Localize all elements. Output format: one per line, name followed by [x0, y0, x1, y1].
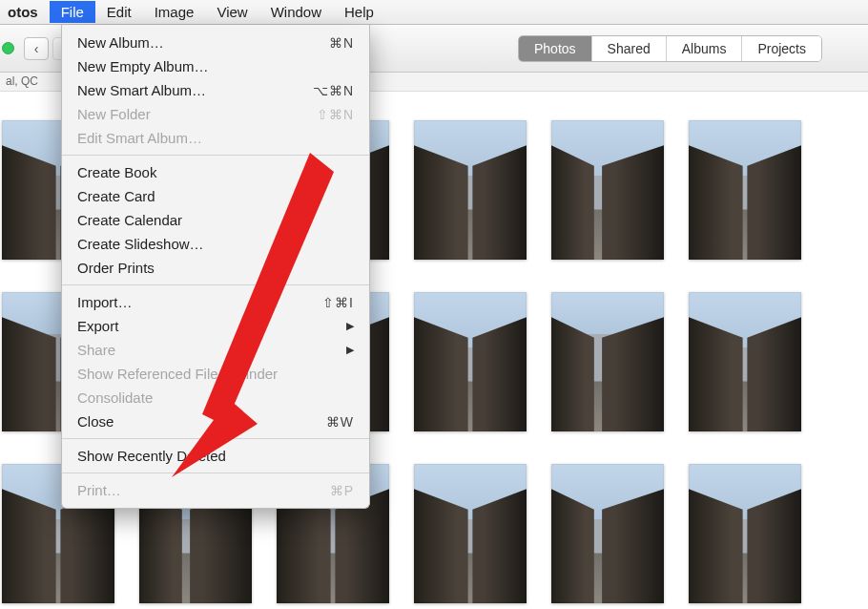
menu-item-shortcut: ⌘W [326, 414, 354, 430]
menu-separator [62, 155, 369, 156]
app-menu[interactable]: otos [4, 4, 50, 20]
menu-item-label: Create Card [77, 188, 354, 204]
photo-image [551, 464, 664, 603]
menu-item-export[interactable]: Export▶ [62, 314, 369, 338]
photo-thumbnail[interactable] [689, 292, 801, 431]
chevron-left-icon: ‹ [34, 41, 39, 56]
menu-item-show-recently-deleted[interactable]: Show Recently Deleted [62, 444, 369, 468]
photo-image [689, 120, 801, 260]
photo-image [414, 464, 527, 603]
menu-item-label: Print… [77, 482, 330, 498]
nav-back-button[interactable]: ‹ [24, 37, 49, 60]
menu-item-label: Show Referenced File in Finder [77, 366, 354, 382]
menu-item-create-book[interactable]: Create Book [62, 160, 369, 184]
photo-image [689, 292, 801, 431]
menu-item-import[interactable]: Import…⇧⌘I [62, 290, 369, 314]
submenu-arrow-icon: ▶ [346, 320, 354, 332]
photo-thumbnail[interactable] [551, 292, 664, 431]
photo-thumbnail[interactable] [689, 464, 801, 603]
menu-item-share: Share▶ [62, 338, 369, 362]
segment-albums[interactable]: Albums [667, 36, 743, 61]
menu-item-label: Order Prints [77, 260, 354, 276]
menu-item-label: New Empty Album… [77, 58, 354, 74]
segment-projects[interactable]: Projects [742, 36, 821, 61]
photo-image [689, 464, 801, 603]
menu-item-label: Create Book [77, 164, 354, 180]
submenu-arrow-icon: ▶ [346, 344, 354, 356]
menu-item-label: Consolidate [77, 389, 354, 406]
menu-item-consolidate: Consolidate [62, 386, 369, 410]
menu-item-shortcut: ⌥⌘N [313, 83, 354, 98]
menu-item-order-prints[interactable]: Order Prints [62, 256, 369, 280]
photo-thumbnail[interactable] [551, 120, 664, 260]
photo-image [414, 292, 527, 431]
menu-item-label: New Smart Album… [77, 82, 313, 98]
menu-separator [62, 284, 369, 285]
photo-thumbnail[interactable] [414, 464, 527, 603]
menu-item-label: Edit Smart Album… [77, 130, 354, 146]
menu-item-label: New Folder [77, 106, 317, 122]
menu-view[interactable]: View [205, 1, 258, 23]
menu-help[interactable]: Help [333, 1, 385, 23]
menu-item-label: Close [77, 413, 326, 430]
photo-image [551, 120, 664, 260]
menu-window[interactable]: Window [259, 1, 333, 23]
menu-item-new-empty-album[interactable]: New Empty Album… [62, 54, 369, 78]
menu-item-label: Import… [77, 294, 322, 310]
menu-item-create-calendar[interactable]: Create Calendar [62, 208, 369, 232]
menu-bar: otos File Edit Image View Window Help [0, 0, 868, 25]
segment-shared[interactable]: Shared [592, 36, 667, 61]
photo-thumbnail[interactable] [689, 120, 801, 260]
menu-item-create-slideshow[interactable]: Create Slideshow… [62, 232, 369, 256]
menu-item-label: Export [77, 318, 339, 334]
file-menu-dropdown: New Album…⌘NNew Empty Album…New Smart Al… [61, 25, 370, 509]
photo-thumbnail[interactable] [414, 120, 527, 260]
photo-image [414, 120, 527, 260]
menu-item-shortcut: ⇧⌘N [317, 107, 354, 122]
menu-item-label: Create Slideshow… [77, 236, 354, 252]
app-window: otos File Edit Image View Window Help ‹ … [0, 0, 868, 609]
menu-image[interactable]: Image [143, 1, 206, 23]
menu-item-label: Share [77, 342, 339, 358]
menu-item-shortcut: ⌘P [330, 483, 354, 498]
photo-thumbnail[interactable] [551, 464, 664, 603]
view-segmented-control: Photos Shared Albums Projects [518, 35, 822, 62]
menu-item-new-folder: New Folder⇧⌘N [62, 102, 369, 126]
menu-item-label: Create Calendar [77, 212, 354, 228]
menu-item-shortcut: ⇧⌘I [322, 295, 354, 310]
menu-file[interactable]: File [50, 1, 95, 23]
menu-item-new-smart-album[interactable]: New Smart Album…⌥⌘N [62, 78, 369, 102]
menu-item-label: Show Recently Deleted [77, 448, 354, 464]
window-traffic-light-green[interactable] [2, 42, 14, 54]
menu-item-new-album[interactable]: New Album…⌘N [62, 31, 369, 54]
menu-item-show-referenced-file-in-finder: Show Referenced File in Finder [62, 362, 369, 386]
menu-item-create-card[interactable]: Create Card [62, 184, 369, 208]
photo-thumbnail[interactable] [414, 292, 527, 431]
menu-edit[interactable]: Edit [95, 1, 143, 23]
segment-photos[interactable]: Photos [519, 36, 592, 61]
menu-separator [62, 438, 369, 439]
menu-item-shortcut: ⌘N [329, 35, 354, 51]
menu-item-print: Print…⌘P [62, 478, 369, 502]
photo-image [551, 292, 664, 431]
menu-item-label: New Album… [77, 34, 329, 51]
menu-item-edit-smart-album: Edit Smart Album… [62, 126, 369, 150]
menu-item-close[interactable]: Close⌘W [62, 410, 369, 433]
menu-separator [62, 472, 369, 473]
